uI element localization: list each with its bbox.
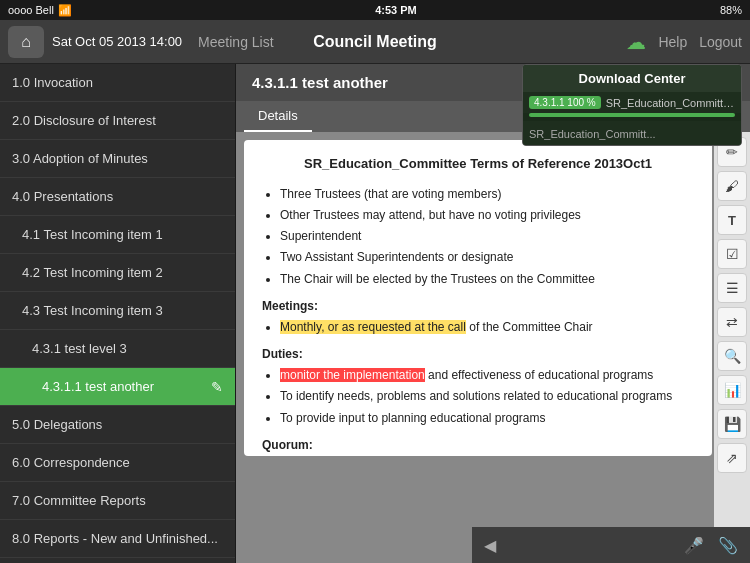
sidebar-item-2.0[interactable]: 2.0 Disclosure of Interest	[0, 102, 235, 140]
document-section: SR_Education_Committee Terms of Referenc…	[236, 132, 750, 563]
doc-li: Superintendent	[280, 227, 694, 246]
status-time: 4:53 PM	[375, 4, 417, 16]
back-button[interactable]: ◀	[484, 536, 496, 555]
quorum-heading: Quorum:	[262, 436, 694, 455]
rt-share-button[interactable]: ⇗	[717, 443, 747, 473]
download-center: Download Center 4.3.1.1 100 % SR_Educati…	[522, 64, 742, 146]
status-right: 88%	[720, 4, 742, 16]
rt-save-button[interactable]: 💾	[717, 409, 747, 439]
rt-checkbox-button[interactable]: ☑	[717, 239, 747, 269]
download-badge: 4.3.1.1 100 %	[529, 96, 601, 109]
rt-list-button[interactable]: ☰	[717, 273, 747, 303]
tab-details[interactable]: Details	[244, 101, 312, 132]
sidebar-item-9.0[interactable]: 9.0 Motions and Notice of Motions	[0, 558, 235, 563]
meeting-list-button[interactable]: Meeting List	[198, 34, 273, 50]
duties-heading: Duties:	[262, 345, 694, 364]
nav-bar: ⌂ Sat Oct 05 2013 14:00 Meeting List Cou…	[0, 20, 750, 64]
download-center-item: 4.3.1.1 100 % SR_Education_Committee Ter…	[523, 92, 741, 113]
rt-swap-button[interactable]: ⇄	[717, 307, 747, 337]
attach-icon[interactable]: 📎	[718, 536, 738, 555]
sidebar-item-3.0[interactable]: 3.0 Adoption of Minutes	[0, 140, 235, 178]
sidebar-item-1.0[interactable]: 1.0 Invocation	[0, 64, 235, 102]
doc-li: To provide input to planning educational…	[280, 409, 694, 428]
download-filename-short: SR_Education_Committ...	[529, 128, 656, 140]
doc-li: monitor the implementation and effective…	[280, 366, 694, 385]
cloud-icon[interactable]: ☁	[626, 30, 646, 54]
sidebar: 1.0 Invocation 2.0 Disclosure of Interes…	[0, 64, 236, 563]
doc-li: Three Trustees (that are voting members)	[280, 185, 694, 204]
sidebar-item-8.0[interactable]: 8.0 Reports - New and Unfinished...	[0, 520, 235, 558]
nav-date: Sat Oct 05 2013 14:00	[52, 34, 182, 49]
highlight-monitor: monitor the implementation	[280, 368, 425, 382]
highlight-monthly: Monthly, or as requested at the call	[280, 320, 466, 334]
sidebar-item-4.3.1[interactable]: 4.3.1 test level 3	[0, 330, 235, 368]
download-filename: SR_Education_Committee Terms of Refer...	[606, 97, 735, 109]
mic-icon[interactable]: 🎤	[684, 536, 704, 555]
document-title: SR_Education_Committee Terms of Referenc…	[262, 154, 694, 175]
edit-icon: ✎	[211, 379, 223, 395]
doc-li: Two Assistant Superintendents or designa…	[280, 248, 694, 267]
wifi-icon: 📶	[58, 4, 72, 17]
sidebar-item-7.0[interactable]: 7.0 Committee Reports	[0, 482, 235, 520]
status-bar: oooo Bell 📶 4:53 PM 88%	[0, 0, 750, 20]
rt-highlight-button[interactable]: 🖌	[717, 171, 747, 201]
doc-li: To identify needs, problems and solution…	[280, 387, 694, 406]
sidebar-item-6.0[interactable]: 6.0 Correspondence	[0, 444, 235, 482]
sidebar-item-4.3[interactable]: 4.3 Test Incoming item 3	[0, 292, 235, 330]
main-layout: 1.0 Invocation 2.0 Disclosure of Interes…	[0, 64, 750, 563]
doc-duties-list: monitor the implementation and effective…	[262, 366, 694, 428]
rt-text-button[interactable]: T	[717, 205, 747, 235]
doc-li: Other Trustees may attend, but have no v…	[280, 206, 694, 225]
logout-button[interactable]: Logout	[699, 34, 742, 50]
status-left: oooo Bell 📶	[8, 4, 72, 17]
bottom-bar: ◀ 🎤 📎	[472, 527, 750, 563]
doc-meetings-list: Monthly, or as requested at the call of …	[262, 318, 694, 337]
download-progress-bar	[529, 113, 735, 117]
sidebar-item-4.0[interactable]: 4.0 Presentations	[0, 178, 235, 216]
sidebar-item-4.1[interactable]: 4.1 Test Incoming item 1	[0, 216, 235, 254]
nav-right: ☁ Help Logout	[626, 30, 742, 54]
doc-li: Monthly, or as requested at the call of …	[280, 318, 694, 337]
carrier-label: oooo Bell	[8, 4, 54, 16]
nav-title: Council Meeting	[313, 33, 437, 51]
sidebar-item-4.2[interactable]: 4.2 Test Incoming item 2	[0, 254, 235, 292]
home-button[interactable]: ⌂	[8, 26, 44, 58]
help-button[interactable]: Help	[658, 34, 687, 50]
doc-li: The Chair will be elected by the Trustee…	[280, 270, 694, 289]
rt-search-button[interactable]: 🔍	[717, 341, 747, 371]
download-center-title: Download Center	[523, 65, 741, 92]
rt-chart-button[interactable]: 📊	[717, 375, 747, 405]
bottom-right: 🎤 📎	[684, 536, 738, 555]
doc-trustees-list: Three Trustees (that are voting members)…	[262, 185, 694, 289]
sidebar-item-5.0[interactable]: 5.0 Delegations	[0, 406, 235, 444]
sidebar-item-4.3.1.1[interactable]: 4.3.1.1 test another ✎	[0, 368, 235, 406]
battery-label: 88%	[720, 4, 742, 16]
download-progress-fill	[529, 113, 735, 117]
document-area: SR_Education_Committee Terms of Referenc…	[244, 140, 712, 456]
content-title: 4.3.1.1 test another	[252, 74, 388, 91]
right-toolbar: ✏ 🖌 T ☑ ☰ ⇄ 🔍 📊 💾 ⇗	[714, 132, 750, 563]
content-area: 4.3.1.1 test another Download Center 4.3…	[236, 64, 750, 563]
meetings-heading: Meetings:	[262, 297, 694, 316]
